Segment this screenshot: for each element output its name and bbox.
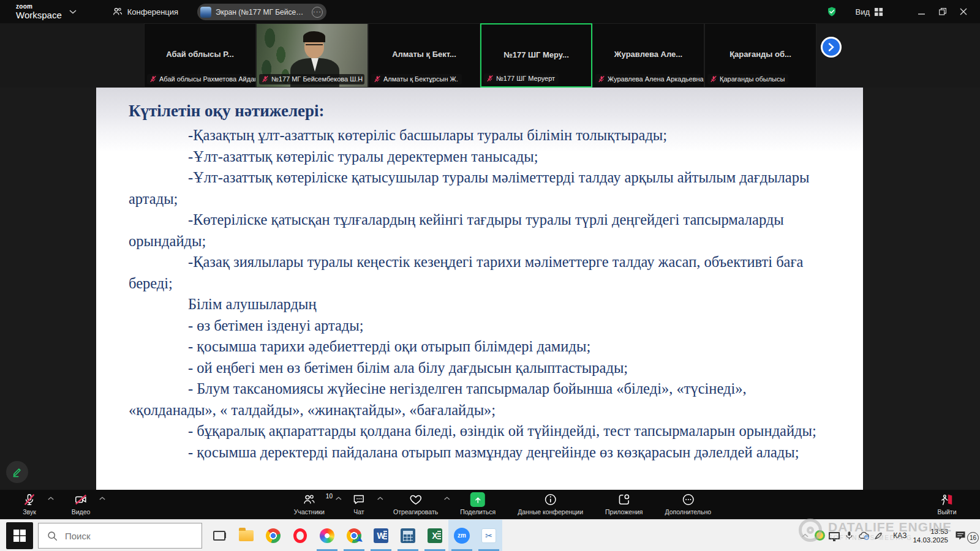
- opera-icon: [293, 528, 307, 543]
- slide-paragraph: -Қазақтың ұлт-азаттық көтеріліс басшылар…: [129, 125, 834, 146]
- slide-paragraph: Білім алушылардың: [129, 294, 834, 315]
- share-screen-button[interactable]: Поделиться: [460, 492, 496, 515]
- muted-mic-icon: [374, 75, 381, 83]
- participants-button[interactable]: Участники 10: [294, 492, 325, 515]
- calculator-button[interactable]: [394, 520, 421, 551]
- view-label[interactable]: Вид: [855, 7, 870, 17]
- participant-name: Алматы қ Бект...: [369, 50, 480, 59]
- display-icon[interactable]: [827, 532, 842, 539]
- snipping-tool-icon: ✂: [481, 528, 496, 543]
- participant-tile[interactable]: Алматы қ Бект... Алматы қ Бектұрсын Ж.: [368, 23, 480, 88]
- shared-screen-area: Күтілетін оқу нәтижелері: -Қазақтың ұлт-…: [0, 88, 980, 490]
- view-grid-icon[interactable]: [874, 7, 883, 17]
- chat-chevron[interactable]: [377, 497, 383, 500]
- conference-menu[interactable]: Конференция: [112, 6, 178, 17]
- zoom-title-bar: zoom Workspace Конференция Экран (№177 М…: [0, 0, 980, 23]
- search-input[interactable]: [65, 531, 181, 541]
- chrome-button[interactable]: [260, 520, 287, 551]
- task-view-button[interactable]: [206, 520, 233, 551]
- info-icon: [544, 492, 557, 507]
- react-chevron[interactable]: [444, 497, 450, 500]
- people-icon: [112, 6, 123, 17]
- zoom-app-button[interactable]: zm: [448, 520, 475, 551]
- excel-button[interactable]: X: [421, 520, 448, 551]
- slide-paragraph: - бұқаралық ақпараттарды қолдана біледі,…: [129, 421, 834, 442]
- chevron-down-icon[interactable]: [69, 10, 77, 14]
- presentation-slide: Күтілетін оқу нәтижелері: -Қазақтың ұлт-…: [96, 88, 863, 490]
- slide-paragraph: - қосымша тарихи әдебиеттерді оқи отырып…: [129, 336, 834, 358]
- antivirus-icon[interactable]: [812, 530, 827, 541]
- slide-paragraph: - Блум таксаномиясы жүйесіне негізделген…: [129, 378, 834, 421]
- participant-name: №177 ШГ Меру...: [481, 50, 591, 59]
- zoom-workspace-logo[interactable]: zoom Workspace: [16, 4, 77, 20]
- video-options-chevron[interactable]: [99, 497, 105, 500]
- heart-icon: [409, 492, 423, 507]
- react-button[interactable]: Отреагировать: [393, 492, 438, 515]
- muted-mic-icon: [262, 75, 269, 83]
- maximize-button[interactable]: [932, 0, 953, 23]
- video-button[interactable]: Видео: [69, 492, 93, 515]
- apps-icon: [617, 492, 631, 507]
- slide-paragraph: -Ұлт-азаттық көтеріліс туралы деректерме…: [129, 146, 834, 168]
- slide-paragraph: -Көтеріліске қатысқан тұлғалардың кейінг…: [129, 209, 834, 252]
- participant-label: №177 МГ Бейсембекова Ш.Н: [271, 75, 363, 83]
- meeting-info-button[interactable]: Данные конференции: [518, 492, 583, 515]
- apps-button[interactable]: Приложения: [605, 492, 643, 515]
- opera-button[interactable]: [287, 520, 314, 551]
- tray-expand-chevron[interactable]: [797, 533, 812, 538]
- notification-center-button[interactable]: 16: [954, 520, 980, 551]
- clock[interactable]: 13:53 14.03.2025: [913, 527, 954, 544]
- slide-title: Күтілетін оқу нәтижелері:: [129, 101, 863, 121]
- annotate-pencil-button[interactable]: [6, 461, 28, 483]
- chrome-sync-button[interactable]: ➤: [341, 520, 368, 551]
- camera-muted-icon: [74, 492, 88, 507]
- participant-label: Журавлева Алена Аркадьевна: [608, 75, 704, 83]
- taskbar-search[interactable]: [38, 523, 202, 549]
- audio-options-chevron[interactable]: [48, 497, 54, 500]
- chrome-sync-icon: ➤: [347, 528, 361, 543]
- slide-paragraph: - ой еңбегі мен өз бетімен білім ала біл…: [129, 358, 834, 379]
- share-icon: [470, 492, 485, 507]
- participant-tile[interactable]: Қарағанды об... Қарағанды обылысы: [704, 23, 816, 88]
- slide-paragraph: -Ұлт-азаттық көтеріліске қатысушылар тур…: [129, 167, 834, 209]
- zoom-app-icon: zm: [454, 528, 470, 544]
- participant-label: Абай облысы Рахметова Айдана: [159, 75, 256, 83]
- participant-tile[interactable]: Журавлева Але... Журавлева Алена Аркадье…: [592, 23, 704, 88]
- next-participants-button[interactable]: [821, 37, 842, 58]
- share-tab-label: Экран (№177 МГ Бейсембекова…: [216, 8, 307, 17]
- participants-chevron[interactable]: [336, 497, 342, 500]
- close-button[interactable]: [953, 0, 974, 23]
- participant-tile-video[interactable]: №177 МГ Бейсембекова Ш.Н: [256, 23, 368, 88]
- muted-mic-icon: [486, 75, 494, 82]
- date: 14.03.2025: [913, 536, 948, 544]
- start-button[interactable]: [6, 522, 33, 549]
- brand-zoom: zoom: [16, 4, 62, 10]
- security-shield-icon[interactable]: [826, 6, 837, 17]
- screen-share-tab[interactable]: Экран (№177 МГ Бейсембекова… ···: [197, 4, 326, 20]
- snipping-tool-button[interactable]: ✂: [475, 520, 502, 551]
- participants-icon: [303, 492, 316, 507]
- minimize-button[interactable]: [911, 0, 932, 23]
- microphone-tray-icon[interactable]: [842, 530, 856, 541]
- muted-mic-icon: [710, 75, 717, 83]
- audio-button[interactable]: Звук: [17, 492, 42, 515]
- calculator-icon: [401, 528, 415, 543]
- file-explorer-button[interactable]: [233, 520, 260, 551]
- chat-button[interactable]: Чат: [347, 492, 371, 515]
- participant-label: Алматы қ Бектұрсын Ж.: [383, 75, 458, 83]
- browser-swirl-icon: [320, 528, 334, 543]
- slide-paragraph: - қосымша деректерді пайдалана отырып ма…: [129, 442, 834, 463]
- cloud-sync-icon[interactable]: [856, 530, 871, 541]
- browser-swirl-button[interactable]: [314, 520, 341, 551]
- participant-tile[interactable]: Абай облысы Р... Абай облысы Рахметова А…: [144, 23, 256, 88]
- participant-name: Қарағанды об...: [705, 50, 816, 59]
- more-button[interactable]: Дополнительно: [665, 492, 712, 515]
- participants-count-badge: 10: [326, 493, 333, 500]
- pen-tray-icon[interactable]: [871, 530, 886, 541]
- participant-tile-active-speaker[interactable]: №177 ШГ Меру... №177 ШГ Меруерт: [480, 23, 592, 88]
- participant-label: №177 ШГ Меруерт: [496, 75, 555, 82]
- language-indicator[interactable]: КАЗ: [886, 531, 913, 540]
- word-button[interactable]: W: [368, 520, 394, 551]
- leave-meeting-button[interactable]: Выйти: [935, 492, 959, 515]
- tab-more-icon[interactable]: ···: [312, 7, 323, 18]
